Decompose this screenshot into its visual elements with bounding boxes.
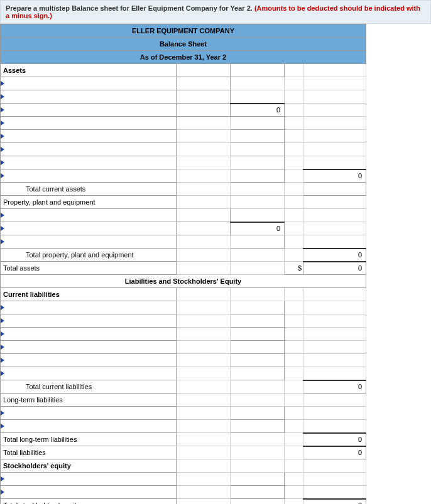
subtotal-cell: 0: [231, 222, 285, 235]
amount-cell[interactable]: [303, 183, 366, 196]
liab-row-dropdown[interactable]: [1, 367, 177, 380]
se-row-dropdown[interactable]: [1, 473, 177, 486]
ppe-row-dropdown[interactable]: [1, 222, 177, 235]
amount-cell[interactable]: [231, 314, 285, 328]
subtotal-cell: 0: [303, 169, 366, 183]
liab-row-dropdown[interactable]: [1, 301, 177, 314]
amount-cell[interactable]: [231, 354, 285, 367]
amount-cell[interactable]: [231, 143, 285, 156]
amount-cell[interactable]: [177, 77, 231, 90]
amount-cell[interactable]: [231, 420, 285, 433]
amount-cell[interactable]: [231, 486, 285, 499]
instruction-text: Prepare a multistep Balance sheet for El…: [6, 4, 254, 12]
amount-cell[interactable]: [177, 222, 231, 235]
total-lt-liab-label: Total long-term liabilities: [1, 433, 177, 446]
amount-cell[interactable]: [177, 90, 231, 104]
se-heading: Stockholders' equity: [1, 459, 177, 473]
lt-liab-row-dropdown[interactable]: [1, 407, 177, 420]
liab-row-dropdown[interactable]: [1, 354, 177, 367]
asset-row-dropdown[interactable]: [1, 169, 177, 183]
assets-heading: Assets: [1, 64, 177, 77]
asset-row-dropdown[interactable]: [1, 143, 177, 156]
amount-cell[interactable]: [231, 169, 285, 183]
asset-row-dropdown[interactable]: [1, 77, 177, 90]
amount-cell[interactable]: [231, 367, 285, 380]
lt-liab-row-dropdown[interactable]: [1, 420, 177, 433]
lt-liab-heading: Long-term liabilities: [1, 394, 177, 407]
total-current-assets-label: Total current assets: [1, 183, 177, 196]
instructions-banner: Prepare a multistep Balance sheet for El…: [0, 0, 431, 24]
amount-cell[interactable]: [231, 117, 285, 130]
liab-row-dropdown[interactable]: [1, 314, 177, 328]
se-row-dropdown[interactable]: [1, 486, 177, 499]
total-se-value: 0: [303, 499, 366, 505]
current-liab-heading: Current liabilities: [1, 288, 177, 301]
balance-sheet-table: ELLER EQUIPMENT COMPANY Balance Sheet As…: [0, 24, 366, 504]
amount-cell[interactable]: [231, 473, 285, 486]
total-assets-label: Total assets: [1, 262, 177, 275]
total-liab-value: 0: [303, 446, 366, 459]
asset-row-dropdown[interactable]: [1, 117, 177, 130]
total-ppe-label: Total property, plant and equipment: [1, 249, 177, 262]
amount-cell[interactable]: [177, 209, 231, 222]
total-liab-label: Total liabilities: [1, 446, 177, 459]
sheet-date: As of December 31, Year 2: [1, 51, 366, 64]
asset-row-dropdown[interactable]: [1, 130, 177, 143]
amount-cell[interactable]: [231, 130, 285, 143]
total-se-label: Total stockholders' equity: [1, 499, 177, 505]
total-lt-liab-value: 0: [303, 433, 366, 446]
subtotal-cell: 0: [231, 104, 285, 117]
ppe-heading: Property, plant and equipment: [1, 196, 177, 209]
liab-eq-heading: Liabilities and Stockholders' Equity: [1, 275, 366, 288]
amount-cell[interactable]: [231, 328, 285, 341]
total-cur-liab-value: 0: [303, 380, 366, 394]
total-assets-value: 0: [303, 262, 366, 275]
liab-row-dropdown[interactable]: [1, 341, 177, 354]
amount-cell[interactable]: [231, 156, 285, 169]
total-cur-liab-label: Total current liabilities: [1, 380, 177, 394]
amount-cell[interactable]: [231, 235, 285, 249]
ppe-row-dropdown[interactable]: [1, 235, 177, 249]
company-header: ELLER EQUIPMENT COMPANY: [1, 24, 366, 38]
total-ppe-value: 0: [303, 249, 366, 262]
asset-row-dropdown[interactable]: [1, 104, 177, 117]
sheet-title: Balance Sheet: [1, 38, 366, 51]
asset-row-dropdown[interactable]: [1, 90, 177, 104]
amount-cell[interactable]: [231, 341, 285, 354]
asset-row-dropdown[interactable]: [1, 156, 177, 169]
amount-cell[interactable]: [231, 407, 285, 420]
liab-row-dropdown[interactable]: [1, 328, 177, 341]
currency-symbol: $: [285, 262, 303, 275]
amount-cell[interactable]: [177, 104, 231, 117]
amount-cell[interactable]: [231, 301, 285, 314]
ppe-row-dropdown[interactable]: [1, 209, 177, 222]
